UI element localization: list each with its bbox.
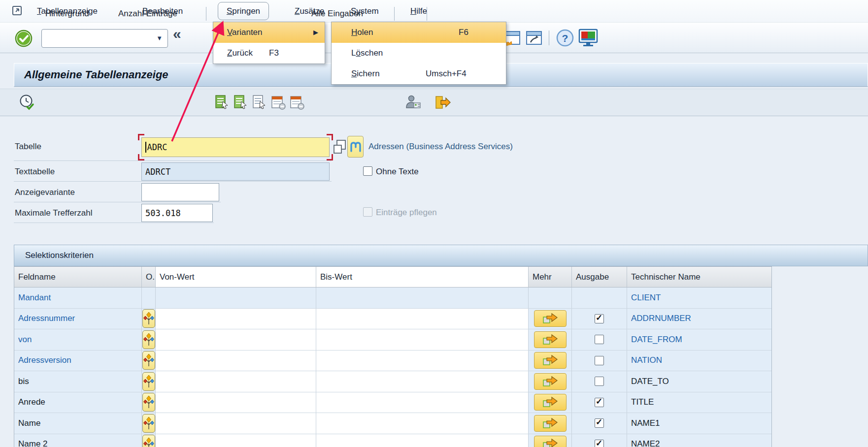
hintergrund-button[interactable]: Hintergrund <box>45 0 89 28</box>
help-icon[interactable]: ? <box>556 29 574 49</box>
feldname-cell: Mandant <box>14 287 142 308</box>
von-wert-input[interactable] <box>156 392 316 413</box>
mehr-cell <box>529 413 572 434</box>
bis-wert-input[interactable] <box>316 351 529 371</box>
selection-option-icon[interactable] <box>142 414 155 433</box>
selection-option-icon[interactable] <box>142 330 155 349</box>
option-cell <box>142 434 156 447</box>
von-wert-input[interactable] <box>156 329 316 350</box>
texttabelle-label: Texttabelle <box>15 167 55 177</box>
tabelle-input[interactable]: ADRC <box>141 137 330 157</box>
enter-icon[interactable] <box>15 30 33 48</box>
table-contents-button[interactable] <box>347 136 364 158</box>
maximale-trefferzahl-label: Maximale Trefferzahl <box>15 208 92 218</box>
mehr-cell <box>529 434 572 447</box>
menu-item-holen[interactable]: Holen F6 <box>332 22 506 43</box>
command-field[interactable]: ▼ <box>41 29 168 48</box>
feldname-cell: Name <box>14 413 142 434</box>
col-von-wert: Von-Wert <box>156 267 316 287</box>
delete-selection-icon[interactable] <box>271 95 287 112</box>
multiple-selection-button[interactable] <box>534 373 567 390</box>
selection-option-icon[interactable] <box>142 309 155 328</box>
deselect-fields-icon[interactable] <box>252 95 268 112</box>
user-data-icon[interactable] <box>405 94 422 113</box>
option-cell <box>142 392 156 413</box>
mehr-cell <box>529 309 572 329</box>
bis-wert-input[interactable] <box>316 413 529 434</box>
svg-text:?: ? <box>562 32 568 44</box>
menu-hilfe[interactable]: Hilfe <box>410 0 427 23</box>
menu-item-loeschen[interactable]: Löschen <box>332 43 506 64</box>
bis-wert-input[interactable] <box>316 309 529 329</box>
multiple-selection-button[interactable] <box>534 310 567 327</box>
multiple-selection-icon[interactable] <box>333 139 346 157</box>
bis-wert-input[interactable] <box>316 287 529 308</box>
von-wert-input[interactable] <box>156 287 316 308</box>
tabelle-label: Tabelle <box>15 142 41 152</box>
exit-icon[interactable] <box>434 95 451 112</box>
command-dropdown-icon[interactable]: ▼ <box>156 30 163 47</box>
ausgabe-checkbox[interactable]: ✓ <box>595 314 604 323</box>
technischer-name-cell: DATE_FROM <box>627 329 771 350</box>
option-cell <box>142 309 156 329</box>
mehr-cell <box>529 287 572 308</box>
select-fields-icon[interactable] <box>215 95 231 112</box>
col-mehr: Mehr <box>529 267 572 287</box>
bis-wert-input[interactable] <box>316 392 529 413</box>
von-wert-input[interactable] <box>156 413 316 434</box>
anzeigevariante-input[interactable] <box>141 183 219 201</box>
ausgabe-checkbox[interactable] <box>595 335 604 344</box>
menu-springen[interactable]: Springen <box>218 2 269 20</box>
delete-all-selections-icon[interactable] <box>290 95 305 112</box>
feldname-cell: Anrede <box>14 392 142 413</box>
table-row: Adressnummer <box>14 309 771 330</box>
multiple-selection-button[interactable] <box>534 352 567 369</box>
maximale-trefferzahl-input[interactable]: 503.018 <box>141 204 213 222</box>
von-wert-input[interactable] <box>156 371 316 392</box>
selection-option-icon[interactable] <box>142 351 155 370</box>
selection-table-header: Feldname O. Von-Wert Bis-Wert Mehr Ausga… <box>14 267 771 287</box>
multiple-selection-button[interactable] <box>534 331 567 348</box>
customize-layout-icon[interactable] <box>577 28 599 50</box>
collapse-toolbar-icon[interactable]: « <box>173 26 181 42</box>
multiple-selection-button[interactable] <box>534 415 567 432</box>
von-wert-input[interactable] <box>156 309 316 329</box>
option-cell <box>142 287 156 308</box>
ohne-texte-label: Ohne Texte <box>376 167 419 177</box>
select-all-icon[interactable] <box>234 95 249 112</box>
selection-option-icon[interactable] <box>142 393 155 412</box>
selection-option-icon[interactable] <box>142 435 155 447</box>
von-wert-input[interactable] <box>156 351 316 371</box>
system-menu-icon[interactable] <box>12 5 24 19</box>
ausgabe-cell <box>572 351 627 371</box>
bis-wert-input[interactable] <box>316 371 529 392</box>
ausgabe-cell: ✓ <box>572 434 627 447</box>
ausgabe-checkbox[interactable] <box>595 356 604 365</box>
table-row: Adressversion <box>14 351 771 372</box>
ausgabe-checkbox[interactable] <box>595 377 604 386</box>
bis-wert-input[interactable] <box>316 434 529 447</box>
menu-item-varianten[interactable]: Varianten ▶ <box>213 22 325 43</box>
create-shortcut-icon[interactable] <box>524 29 543 49</box>
menu-item-sichern[interactable]: Sichern Umsch+F4 <box>332 64 506 84</box>
multiple-selection-button[interactable] <box>534 436 567 447</box>
texttabelle-input[interactable]: ADRCT <box>141 162 330 181</box>
table-row: Name 2 <box>14 434 771 447</box>
ausgabe-cell <box>572 287 627 308</box>
anzahl-eintraege-button[interactable]: Anzahl Einträge <box>118 0 177 28</box>
multiple-selection-button[interactable] <box>534 394 567 411</box>
table-row: von <box>14 329 771 351</box>
ohne-texte-checkbox[interactable] <box>363 166 372 176</box>
bis-wert-input[interactable] <box>316 329 529 350</box>
ausgabe-checkbox[interactable]: ✓ <box>595 398 604 407</box>
ausgabe-checkbox[interactable]: ✓ <box>595 418 604 428</box>
execute-icon[interactable] <box>19 94 35 113</box>
technischer-name-cell: NATION <box>627 351 771 371</box>
menu-item-zurueck[interactable]: Zurück F3 <box>213 43 325 64</box>
ausgabe-checkbox[interactable]: ✓ <box>595 440 604 447</box>
selektionskriterien-header: Selektionskriterien <box>14 245 868 266</box>
divider <box>14 181 332 182</box>
eintraege-pflegen-checkbox[interactable] <box>363 207 372 217</box>
selection-option-icon[interactable] <box>142 372 155 391</box>
von-wert-input[interactable] <box>156 434 316 447</box>
